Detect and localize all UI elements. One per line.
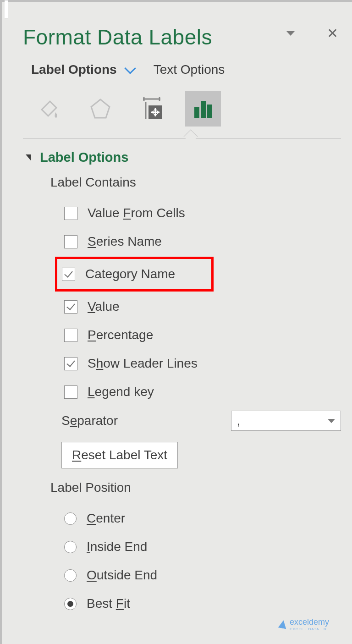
- close-icon[interactable]: ✕: [327, 27, 338, 40]
- label-position-heading: Label Position: [50, 480, 341, 495]
- pane-title: Format Data Labels: [23, 25, 212, 50]
- radio-icon: [64, 598, 77, 610]
- radio-icon: [64, 541, 77, 553]
- radio-center[interactable]: Center: [61, 504, 341, 533]
- size-properties-icon[interactable]: [134, 91, 170, 127]
- checkbox-legend-key[interactable]: Legend key: [61, 378, 341, 406]
- chevron-down-icon: [328, 419, 335, 423]
- tab-label-options[interactable]: Label Options: [31, 62, 117, 77]
- checkbox-label: Series Name: [88, 234, 162, 249]
- reset-label-text-button[interactable]: Reset Label Text: [61, 442, 178, 468]
- checkbox-value[interactable]: Value: [61, 292, 341, 321]
- radio-label: Inside End: [87, 539, 147, 554]
- label-options-icon[interactable]: [185, 91, 221, 127]
- radio-label: Best Fit: [87, 596, 130, 611]
- checkbox-category-name[interactable]: Category Name: [59, 260, 209, 288]
- checkbox-label: Legend key: [88, 385, 154, 399]
- checkbox-label: Show Leader Lines: [88, 356, 198, 371]
- radio-icon: [64, 569, 77, 582]
- checkbox-icon: [64, 329, 77, 342]
- watermark: exceldemy EXCEL · DATA · BI: [279, 617, 329, 631]
- svg-rect-14: [207, 105, 212, 118]
- divider: [23, 138, 341, 139]
- section-label-options-header[interactable]: Label Options: [23, 150, 341, 165]
- radio-icon: [64, 512, 77, 525]
- effects-icon[interactable]: [82, 91, 118, 127]
- label-contains-heading: Label Contains: [50, 175, 341, 190]
- separator-select[interactable]: ,: [231, 411, 341, 431]
- separator-label: Separator: [61, 413, 118, 428]
- checkbox-label: Value: [88, 299, 120, 314]
- watermark-brand: exceldemy: [290, 617, 329, 627]
- fill-line-icon[interactable]: [31, 91, 67, 127]
- checkbox-icon: [64, 385, 77, 399]
- checkbox-label: Value From Cells: [88, 206, 185, 220]
- checkbox-label: Category Name: [85, 267, 175, 281]
- checkbox-icon: [64, 300, 77, 314]
- checkbox-icon: [64, 207, 77, 220]
- svg-rect-12: [194, 107, 199, 118]
- svg-rect-13: [201, 101, 206, 118]
- collapse-triangle-icon: [26, 154, 31, 160]
- watermark-icon: [278, 620, 288, 629]
- tab-text-options[interactable]: Text Options: [154, 62, 225, 77]
- checkbox-icon: [64, 357, 77, 370]
- format-data-labels-pane: Format Data Labels ✕ Label Options Text …: [5, 22, 352, 618]
- radio-outside-end[interactable]: Outside End: [61, 561, 341, 589]
- task-pane-options-dropdown[interactable]: [286, 31, 295, 36]
- section-title: Label Options: [40, 150, 128, 165]
- checkbox-series-name[interactable]: Series Name: [61, 227, 341, 256]
- radio-best-fit[interactable]: Best Fit: [61, 589, 341, 618]
- checkbox-icon: [64, 235, 77, 248]
- checkbox-show-leader-lines[interactable]: Show Leader Lines: [61, 349, 341, 378]
- watermark-sub: EXCEL · DATA · BI: [290, 627, 329, 631]
- radio-label: Outside End: [87, 568, 157, 583]
- checkbox-label: Percentage: [88, 328, 153, 342]
- checkbox-value-from-cells[interactable]: Value From Cells: [61, 199, 341, 227]
- checkbox-percentage[interactable]: Percentage: [61, 321, 341, 349]
- radio-label: Center: [87, 511, 125, 526]
- chevron-down-icon[interactable]: [124, 62, 136, 74]
- sheet-tab-edge: [5, 0, 8, 18]
- svg-marker-0: [91, 99, 110, 118]
- tab-pointer: [183, 129, 198, 143]
- checkbox-icon: [62, 268, 75, 281]
- separator-value: ,: [237, 414, 240, 428]
- radio-inside-end[interactable]: Inside End: [61, 533, 341, 561]
- annotation-highlight: Category Name: [55, 257, 214, 292]
